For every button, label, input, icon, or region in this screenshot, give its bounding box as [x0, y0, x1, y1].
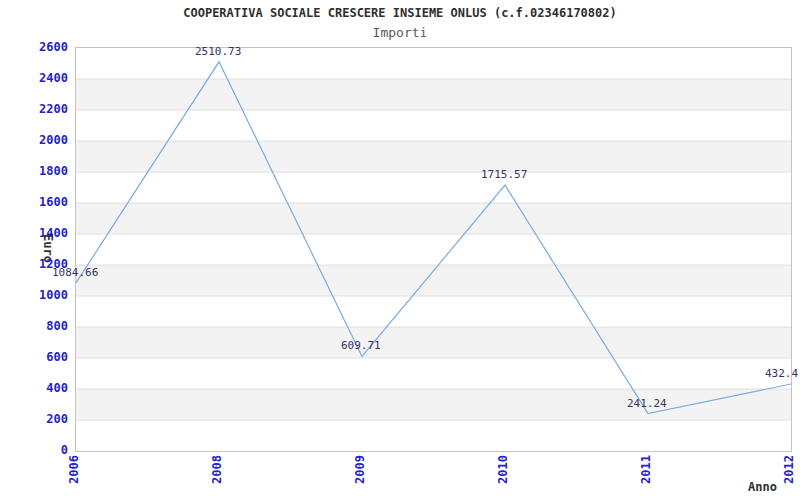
- data-point-label: 432.4: [765, 367, 798, 380]
- x-tick-label: 2008: [210, 455, 224, 484]
- line-chart-svg: [76, 48, 791, 451]
- x-tick-label: 2010: [496, 455, 510, 484]
- background-band: [76, 265, 791, 296]
- y-tick-label: 2400: [0, 71, 68, 85]
- background-band: [76, 389, 791, 420]
- x-axis-title: Anno: [748, 480, 777, 494]
- y-tick-label: 200: [0, 412, 68, 426]
- y-tick-label: 2600: [0, 40, 68, 54]
- y-tick-label: 600: [0, 350, 68, 364]
- y-tick-label: 2200: [0, 102, 68, 116]
- y-tick-label: 1600: [0, 195, 68, 209]
- data-point-label: 2510.73: [195, 45, 241, 58]
- data-point-label: 1084.66: [52, 266, 98, 279]
- x-tick-label: 2009: [353, 455, 367, 484]
- background-band: [76, 203, 791, 234]
- y-tick-label: 1000: [0, 288, 68, 302]
- data-point-label: 1715.57: [481, 168, 527, 181]
- y-tick-label: 1400: [0, 226, 68, 240]
- y-tick-label: 0: [0, 443, 68, 457]
- plot-area: [75, 47, 792, 452]
- x-tick-label: 2011: [639, 455, 653, 484]
- y-tick-label: 1800: [0, 164, 68, 178]
- chart-title: COOPERATIVA SOCIALE CRESCERE INSIEME ONL…: [0, 6, 800, 20]
- data-line: [76, 62, 791, 414]
- data-point-label: 609.71: [341, 339, 381, 352]
- y-tick-label: 800: [0, 319, 68, 333]
- background-band: [76, 327, 791, 358]
- y-tick-label: 2000: [0, 133, 68, 147]
- y-tick-label: 400: [0, 381, 68, 395]
- x-tick-label: 2012: [782, 455, 796, 484]
- chart-subtitle: Importi: [0, 25, 800, 40]
- background-band: [76, 79, 791, 110]
- x-tick-label: 2006: [67, 455, 81, 484]
- data-point-label: 241.24: [627, 397, 667, 410]
- background-band: [76, 141, 791, 172]
